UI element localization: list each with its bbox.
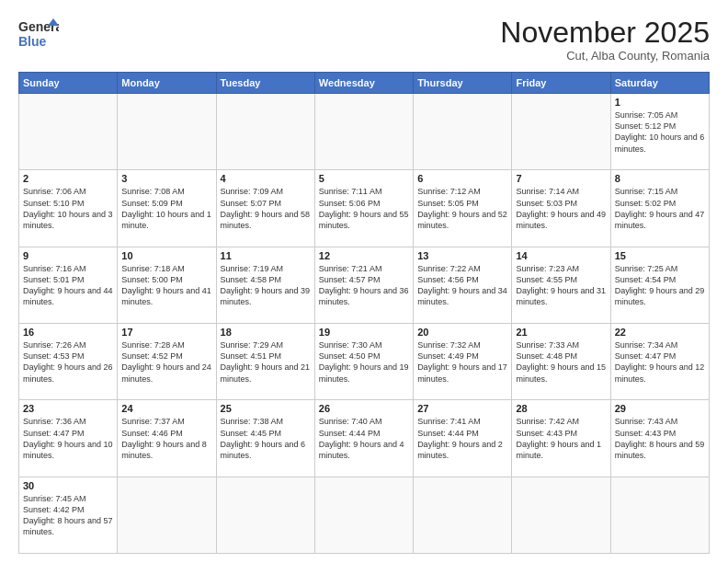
day-cell: 7Sunrise: 7:14 AM Sunset: 5:03 PM Daylig…	[512, 170, 610, 247]
day-info: Sunrise: 7:23 AM Sunset: 4:55 PM Dayligh…	[516, 264, 606, 306]
title-block: November 2025 Cut, Alba County, Romania	[500, 17, 710, 63]
calendar-body: 1Sunrise: 7:05 AM Sunset: 5:12 PM Daylig…	[19, 94, 710, 554]
day-cell: 2Sunrise: 7:06 AM Sunset: 5:10 PM Daylig…	[19, 170, 118, 247]
day-cell: 5Sunrise: 7:11 AM Sunset: 5:06 PM Daylig…	[314, 170, 413, 247]
week-row-5: 30Sunrise: 7:45 AM Sunset: 4:42 PM Dayli…	[19, 477, 710, 553]
day-number: 27	[417, 403, 507, 414]
day-cell	[414, 94, 512, 170]
day-number: 10	[121, 250, 211, 261]
day-number: 29	[615, 403, 705, 414]
day-info: Sunrise: 7:12 AM Sunset: 5:05 PM Dayligh…	[417, 187, 507, 229]
day-cell: 11Sunrise: 7:19 AM Sunset: 4:58 PM Dayli…	[216, 247, 314, 323]
svg-text:Blue: Blue	[18, 34, 47, 49]
day-number: 26	[319, 403, 409, 414]
day-info: Sunrise: 7:11 AM Sunset: 5:06 PM Dayligh…	[319, 187, 409, 229]
day-cell: 26Sunrise: 7:40 AM Sunset: 4:44 PM Dayli…	[314, 400, 413, 477]
day-info: Sunrise: 7:42 AM Sunset: 4:43 PM Dayligh…	[516, 417, 601, 459]
day-cell: 19Sunrise: 7:30 AM Sunset: 4:50 PM Dayli…	[314, 324, 413, 400]
day-cell: 9Sunrise: 7:16 AM Sunset: 5:01 PM Daylig…	[19, 247, 118, 323]
day-cell	[19, 94, 118, 170]
day-cell: 10Sunrise: 7:18 AM Sunset: 5:00 PM Dayli…	[118, 247, 216, 323]
day-info: Sunrise: 7:22 AM Sunset: 4:56 PM Dayligh…	[417, 264, 507, 306]
day-number: 3	[121, 173, 211, 184]
day-cell: 22Sunrise: 7:34 AM Sunset: 4:47 PM Dayli…	[610, 324, 709, 400]
day-info: Sunrise: 7:41 AM Sunset: 4:44 PM Dayligh…	[417, 417, 503, 459]
day-cell: 15Sunrise: 7:25 AM Sunset: 4:54 PM Dayli…	[610, 247, 709, 323]
day-info: Sunrise: 7:14 AM Sunset: 5:03 PM Dayligh…	[516, 187, 606, 229]
day-cell	[118, 94, 216, 170]
day-info: Sunrise: 7:08 AM Sunset: 5:09 PM Dayligh…	[121, 187, 211, 229]
day-cell	[414, 477, 512, 553]
day-number: 17	[121, 327, 211, 338]
day-info: Sunrise: 7:40 AM Sunset: 4:44 PM Dayligh…	[319, 417, 404, 459]
location: Cut, Alba County, Romania	[500, 49, 710, 63]
day-cell	[216, 94, 314, 170]
day-info: Sunrise: 7:26 AM Sunset: 4:53 PM Dayligh…	[23, 340, 113, 383]
day-number: 18	[221, 327, 311, 338]
day-info: Sunrise: 7:09 AM Sunset: 5:07 PM Dayligh…	[221, 187, 311, 229]
day-cell: 25Sunrise: 7:38 AM Sunset: 4:45 PM Dayli…	[216, 400, 314, 477]
week-row-4: 23Sunrise: 7:36 AM Sunset: 4:47 PM Dayli…	[19, 400, 710, 477]
logo: General Blue	[18, 17, 59, 50]
day-cell: 27Sunrise: 7:41 AM Sunset: 4:44 PM Dayli…	[414, 400, 512, 477]
day-header-thursday: Thursday	[414, 73, 512, 94]
day-header-friday: Friday	[512, 73, 610, 94]
week-row-1: 2Sunrise: 7:06 AM Sunset: 5:10 PM Daylig…	[19, 170, 710, 247]
day-cell: 20Sunrise: 7:32 AM Sunset: 4:49 PM Dayli…	[414, 324, 512, 400]
day-number: 2	[23, 173, 113, 184]
day-cell: 14Sunrise: 7:23 AM Sunset: 4:55 PM Dayli…	[512, 247, 610, 323]
day-number: 4	[221, 173, 311, 184]
day-number: 30	[23, 480, 113, 491]
day-info: Sunrise: 7:05 AM Sunset: 5:12 PM Dayligh…	[615, 110, 705, 153]
day-number: 5	[319, 173, 409, 184]
day-info: Sunrise: 7:37 AM Sunset: 4:46 PM Dayligh…	[121, 417, 207, 459]
day-info: Sunrise: 7:16 AM Sunset: 5:01 PM Dayligh…	[23, 264, 113, 306]
page: General Blue November 2025 Cut, Alba Cou…	[0, 0, 728, 563]
day-cell	[512, 94, 610, 170]
day-info: Sunrise: 7:33 AM Sunset: 4:48 PM Dayligh…	[516, 340, 606, 383]
day-cell: 6Sunrise: 7:12 AM Sunset: 5:05 PM Daylig…	[414, 170, 512, 247]
day-header-wednesday: Wednesday	[314, 73, 413, 94]
day-info: Sunrise: 7:25 AM Sunset: 4:54 PM Dayligh…	[615, 264, 705, 306]
calendar-header: SundayMondayTuesdayWednesdayThursdayFrid…	[19, 73, 710, 94]
day-cell: 23Sunrise: 7:36 AM Sunset: 4:47 PM Dayli…	[19, 400, 118, 477]
general-blue-logo-icon: General Blue	[18, 17, 59, 50]
day-number: 11	[221, 250, 311, 261]
day-cell: 1Sunrise: 7:05 AM Sunset: 5:12 PM Daylig…	[610, 94, 709, 170]
day-number: 21	[516, 327, 606, 338]
day-header-sunday: Sunday	[19, 73, 118, 94]
day-info: Sunrise: 7:36 AM Sunset: 4:47 PM Dayligh…	[23, 417, 113, 459]
day-cell: 13Sunrise: 7:22 AM Sunset: 4:56 PM Dayli…	[414, 247, 512, 323]
day-cell: 28Sunrise: 7:42 AM Sunset: 4:43 PM Dayli…	[512, 400, 610, 477]
day-cell: 17Sunrise: 7:28 AM Sunset: 4:52 PM Dayli…	[118, 324, 216, 400]
day-cell: 24Sunrise: 7:37 AM Sunset: 4:46 PM Dayli…	[118, 400, 216, 477]
day-number: 12	[319, 250, 409, 261]
day-info: Sunrise: 7:43 AM Sunset: 4:43 PM Dayligh…	[615, 417, 705, 459]
day-number: 13	[417, 250, 507, 261]
header: General Blue November 2025 Cut, Alba Cou…	[18, 17, 710, 63]
month-title: November 2025	[500, 17, 710, 49]
day-info: Sunrise: 7:18 AM Sunset: 5:00 PM Dayligh…	[121, 264, 211, 306]
day-cell	[512, 477, 610, 553]
day-number: 23	[23, 403, 113, 414]
day-info: Sunrise: 7:38 AM Sunset: 4:45 PM Dayligh…	[221, 417, 306, 459]
day-number: 20	[417, 327, 507, 338]
day-number: 1	[615, 97, 705, 108]
day-number: 15	[615, 250, 705, 261]
day-cell	[610, 477, 709, 553]
day-info: Sunrise: 7:30 AM Sunset: 4:50 PM Dayligh…	[319, 340, 409, 383]
day-cell: 29Sunrise: 7:43 AM Sunset: 4:43 PM Dayli…	[610, 400, 709, 477]
day-number: 22	[615, 327, 705, 338]
day-number: 14	[516, 250, 606, 261]
day-cell	[314, 477, 413, 553]
day-number: 6	[417, 173, 507, 184]
day-cell: 3Sunrise: 7:08 AM Sunset: 5:09 PM Daylig…	[118, 170, 216, 247]
day-cell: 8Sunrise: 7:15 AM Sunset: 5:02 PM Daylig…	[610, 170, 709, 247]
day-number: 19	[319, 327, 409, 338]
day-number: 25	[221, 403, 311, 414]
calendar-table: SundayMondayTuesdayWednesdayThursdayFrid…	[18, 72, 710, 554]
day-info: Sunrise: 7:28 AM Sunset: 4:52 PM Dayligh…	[121, 340, 211, 383]
day-cell: 21Sunrise: 7:33 AM Sunset: 4:48 PM Dayli…	[512, 324, 610, 400]
day-number: 28	[516, 403, 606, 414]
day-cell: 4Sunrise: 7:09 AM Sunset: 5:07 PM Daylig…	[216, 170, 314, 247]
